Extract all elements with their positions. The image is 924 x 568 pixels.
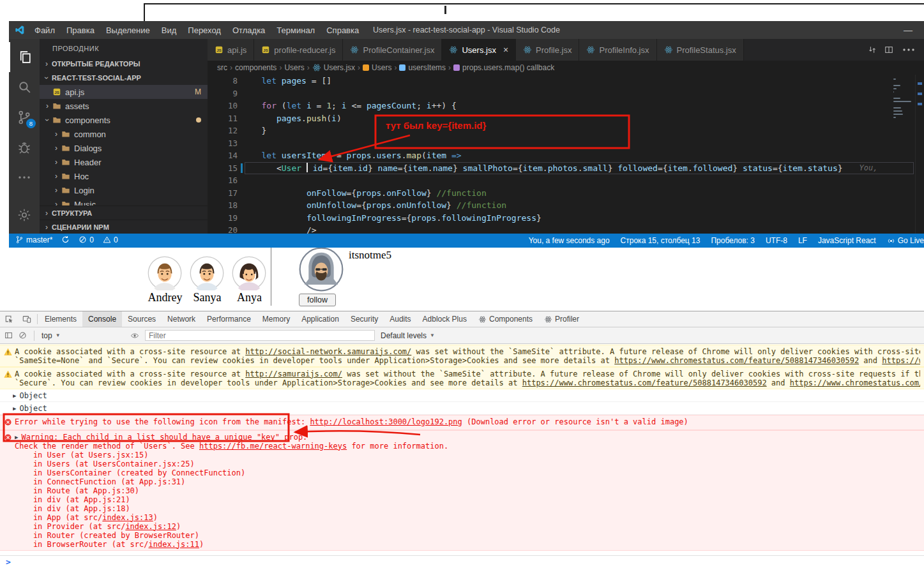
status-sync[interactable]	[61, 235, 70, 244]
tab-users-jsx[interactable]: Users.jsx×	[442, 39, 516, 61]
devtools-tab-components[interactable]: Components	[473, 311, 538, 327]
tab-profile-reducer-js[interactable]: JSprofile-reducer.js	[254, 39, 343, 61]
breadcrumb-item[interactable]: props.users.map() callback	[453, 63, 554, 72]
breadcrumb-label: Users	[284, 63, 304, 72]
console-sidebar-icon[interactable]	[4, 331, 13, 340]
tab-profileinfo-jsx[interactable]: ProfileInfo.jsx	[579, 39, 656, 61]
breadcrumb-item[interactable]: src	[217, 63, 227, 72]
log-levels-dropdown[interactable]: Default levels▼	[381, 331, 435, 340]
tree-item-hoc[interactable]: ›Hoc	[40, 169, 208, 183]
device-toolbar-icon[interactable]	[18, 311, 36, 327]
breadcrumb-item[interactable]: Users	[284, 63, 304, 72]
code-text: onUnfollow={props.onUnfollow} //function	[238, 199, 506, 212]
inspect-element-icon[interactable]	[0, 311, 18, 327]
console-filter-input[interactable]	[145, 330, 375, 341]
status-cursor-position[interactable]: Строка 15, столбец 13	[621, 236, 701, 245]
devtools-tab-security[interactable]: Security	[345, 311, 384, 327]
minimize-button[interactable]: —	[904, 25, 913, 35]
devtools-tab-memory[interactable]: Memory	[257, 311, 296, 327]
context-selector[interactable]: top▼	[42, 331, 125, 340]
tree-item-assets[interactable]: ›assets	[40, 99, 208, 113]
activity-settings[interactable]	[9, 200, 40, 230]
code-editor[interactable]: 8 let pages = []910 for (let i = 1; i <=…	[208, 75, 924, 234]
console-link[interactable]: http://localhost:3000/logo192.png	[310, 417, 462, 426]
open-editors-section[interactable]: ›ОТКРЫТЫЕ РЕДАКТОРЫ	[40, 57, 208, 71]
tree-item-label: api.js	[65, 87, 84, 97]
tree-item-header[interactable]: ›Header	[40, 155, 208, 169]
devtools-tab-elements[interactable]: Elements	[39, 311, 82, 327]
menu-item[interactable]: Терминал	[271, 26, 321, 35]
breadcrumb-item[interactable]: Users	[363, 63, 391, 72]
minimap-line	[893, 110, 902, 112]
console-input-row[interactable]: >	[0, 555, 924, 568]
menu-item[interactable]: Отладка	[227, 26, 271, 35]
status-indentation[interactable]: Пробелов: 3	[711, 236, 755, 245]
breadcrumb-item[interactable]: components	[235, 63, 276, 72]
console-link[interactable]: http://samuraijs.com/	[245, 370, 342, 378]
tree-item-api-js[interactable]: JSapi.jsM	[40, 85, 208, 99]
menu-item[interactable]: Файл	[29, 26, 61, 35]
menu-item[interactable]: Вид	[156, 26, 183, 35]
minimap[interactable]	[893, 78, 913, 118]
console-link[interactable]: https://www.chromestatus.com/feature/563…	[882, 356, 920, 365]
devtools-tab-performance[interactable]: Performance	[201, 311, 257, 327]
status-problems-warnings[interactable]: 0	[103, 235, 118, 244]
devtools-tab-application[interactable]: Application	[296, 311, 345, 327]
expand-arrow-icon[interactable]: ▶	[13, 391, 16, 400]
tree-item-components[interactable]: ›components	[40, 113, 208, 127]
devtools-tab-profiler[interactable]: Profiler	[538, 311, 585, 327]
expand-arrow-icon[interactable]: ▶	[13, 404, 16, 413]
tab-profilestatus-jsx[interactable]: ProfileStatus.jsx	[657, 39, 744, 61]
tree-item-dialogs[interactable]: ›Dialogs	[40, 141, 208, 155]
devtools-tab-audits[interactable]: Audits	[384, 311, 416, 327]
tab-profilecontainer-jsx[interactable]: ProfileContainer.jsx	[343, 39, 442, 61]
console-link[interactable]: https://www.chromestatus.com/feature/508…	[522, 378, 767, 387]
tab-profile-jsx[interactable]: Profile.jsx	[516, 39, 579, 61]
menu-item[interactable]: Справка	[321, 26, 365, 35]
expand-arrow-icon[interactable]: ▶	[15, 433, 18, 442]
menu-item[interactable]: Переход	[182, 26, 227, 35]
console-link[interactable]: http://social-network.samuraijs.com/	[245, 347, 411, 356]
tree-item-common[interactable]: ›common	[40, 127, 208, 141]
menu-item[interactable]: Выделение	[100, 26, 156, 35]
menu-item[interactable]: Правка	[61, 26, 100, 35]
live-expression-eye-icon[interactable]	[130, 331, 139, 340]
activity-debug[interactable]	[9, 132, 40, 162]
close-icon[interactable]: ×	[503, 45, 508, 55]
devtools-tab-sources[interactable]: Sources	[122, 311, 162, 327]
status-git-branch[interactable]: master*	[15, 235, 52, 244]
console-link[interactable]: https://fb.me/react-warning-keys	[199, 442, 347, 451]
console-link[interactable]: https://www.chromestatus.com/feature/508…	[614, 356, 859, 365]
devtools-tab-console[interactable]: Console	[82, 311, 122, 327]
console-link[interactable]: index.js:13	[102, 513, 153, 522]
console-link[interactable]: index.js:11	[149, 540, 199, 549]
tab-api-js[interactable]: JSapi.js	[208, 39, 254, 61]
follow-button[interactable]: follow	[299, 294, 336, 306]
status-go-live[interactable]: Go Live	[887, 236, 924, 245]
activity-search[interactable]	[9, 72, 40, 102]
console-link[interactable]: index.js:12	[125, 522, 176, 531]
devtools-tab-adblock-plus[interactable]: Adblock Plus	[417, 311, 473, 327]
console-text: in Route (at App.js:30)	[15, 486, 139, 495]
breadcrumb-item[interactable]: usersItems	[399, 63, 446, 72]
activity-source-control[interactable]: 8	[9, 102, 40, 132]
npm-scripts-section[interactable]: ›СЦЕНАРИИ NPM	[40, 220, 208, 234]
clear-console-icon[interactable]	[19, 331, 27, 340]
devtools-tab-network[interactable]: Network	[162, 311, 201, 327]
tree-item-music[interactable]: ›Music	[40, 197, 208, 206]
activity-more-views[interactable]	[9, 162, 40, 192]
outline-section[interactable]: ›СТРУКТУРА	[40, 206, 208, 220]
devtools-tab-label: Sources	[128, 315, 156, 324]
status-language-mode[interactable]: JavaScript React	[818, 236, 876, 245]
console-link[interactable]: https://www.chromestatus.com/feature/563…	[790, 378, 920, 387]
status-eol[interactable]: LF	[798, 236, 807, 245]
devtools-tab-label: Profiler	[555, 315, 579, 324]
message-line: in User (at Users.jsx:15)	[15, 451, 920, 460]
status-blame[interactable]: You, a few seconds ago	[529, 236, 610, 245]
tree-item-login[interactable]: ›Login	[40, 183, 208, 197]
status-problems-errors[interactable]: 0	[79, 235, 94, 244]
activity-explorer[interactable]	[9, 42, 40, 72]
status-encoding[interactable]: UTF-8	[766, 236, 787, 245]
workspace-root-section[interactable]: ›REACT-TEST-SOCIAL-APP	[40, 71, 208, 85]
breadcrumb-item[interactable]: Users.jsx	[312, 63, 355, 72]
